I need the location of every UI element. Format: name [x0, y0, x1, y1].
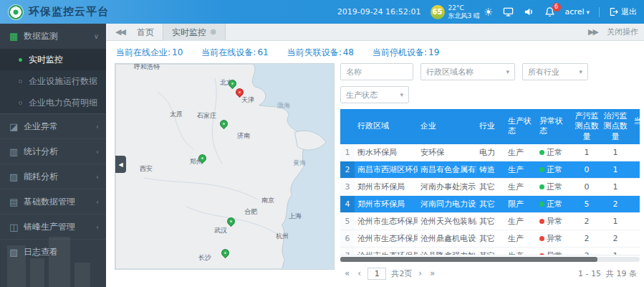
weather-widget: 65 22°C 东北风3 晴 ☀ [431, 4, 494, 19]
app-logo-icon [9, 5, 23, 19]
sidebar-item-label: 数据监测 [24, 30, 94, 42]
col-running: 当前运行 [630, 109, 640, 144]
chevron-down-icon: ▾ [579, 68, 582, 75]
sidebar-item-label: 企业异常 [24, 121, 96, 133]
table-row[interactable]: 1 衡水环保局 安环保 电力 生产 正常 1 1 0 [340, 144, 640, 161]
first-page-button[interactable]: « [343, 268, 351, 278]
status-dot-normal [539, 167, 544, 172]
prev-page-button[interactable]: ‹ [356, 268, 362, 278]
sidebar-item-facility-run-data[interactable]: 企业设施运行数据 [0, 70, 106, 92]
sub-item-label: 企业设施运行数据 [29, 75, 97, 88]
screen-monitor-icon[interactable] [503, 6, 514, 18]
tabs-scroll-left-icon[interactable]: ◀◀ [112, 27, 128, 37]
bell-icon[interactable]: 6 [544, 6, 556, 18]
status-label: 正常 [547, 199, 562, 209]
map-city-label: 长沙 [198, 253, 211, 263]
sun-icon: ☀ [484, 6, 493, 19]
panel-collapse-button[interactable]: ◀ [115, 156, 126, 173]
sidebar-item-enterprise-abnormal[interactable]: ◪ 企业异常 ‹ [0, 113, 106, 138]
industry-filter-select[interactable]: 所有行业 ▾ [522, 63, 588, 80]
map-canvas[interactable]: 呼和浩特 北京 天津 渤海 太原 石家庄 济南 黄海 郑州 西安 南京 合肥 上… [115, 63, 335, 270]
table-row[interactable]: 6 沧州市生态环保局 沧州鼎鑫机电设备 其它 生产 异常 2 2 4 [340, 230, 640, 248]
tabs-scroll-right-icon[interactable]: ▶▶ [585, 27, 601, 37]
name-filter-input[interactable] [340, 63, 413, 80]
chevron-left-icon: ‹ [96, 198, 99, 206]
status-dot-abnormal [539, 219, 544, 224]
production-status-filter-select[interactable]: 生产状态 ▾ [340, 86, 409, 103]
status-summary: 当前在线企业:10 当前在线设备:61 当前失联设备:48 当前停机设备:19 [106, 41, 644, 63]
page-number-input[interactable] [367, 268, 386, 280]
sidebar-item-label: 基础数据管理 [24, 196, 96, 208]
app-window: 环保监控云平台 2019-09-24 16:52:01 65 22°C 东北风3… [0, 0, 644, 287]
map-city-label: 济南 [237, 131, 250, 141]
next-page-button[interactable]: › [417, 268, 423, 278]
sidebar-item-statistics[interactable]: ▥ 统计分析 ‹ [0, 138, 106, 164]
status-dot-abnormal [539, 253, 544, 255]
sidebar-item-power-load-detail[interactable]: 企业电力负荷明细 [0, 92, 106, 113]
map-city-label: 杭州 [276, 232, 289, 241]
sidebar-item-label: 统计分析 [24, 146, 96, 158]
chevron-down-icon: ∨ [94, 32, 99, 40]
enterprise-abnormal-icon: ◪ [9, 121, 24, 132]
sidebar-item-realtime-monitoring[interactable]: 实时监控 [0, 49, 106, 70]
speaker-icon[interactable] [524, 6, 535, 18]
logout-label: 退出 [621, 6, 637, 17]
enterprise-table-wrap: 行政区域 企业 行业 生产状态 异常状态 产污监测点数量 治污监测点数量 当前运… [340, 109, 640, 255]
map-city-label: 合肥 [244, 207, 257, 217]
stat-online-devices: 当前在线设备:61 [201, 47, 268, 59]
data-monitoring-submenu: 实时监控 企业设施运行数据 企业电力负荷明细 [0, 49, 106, 113]
user-menu[interactable]: acrel ▾ [565, 7, 590, 17]
tab-realtime-monitoring[interactable]: 实时监控 ⊗ [163, 24, 226, 41]
base-data-icon: ▤ [9, 197, 24, 207]
map-city-label: 西安 [140, 164, 153, 174]
sidebar-item-base-data[interactable]: ▤ 基础数据管理 ‹ [0, 189, 106, 214]
sidebar-item-data-monitoring[interactable]: ▦ 数据监测 ∨ [0, 24, 106, 49]
status-dot-normal [539, 150, 544, 155]
app-title: 环保监控云平台 [29, 5, 109, 19]
map-city-label: 天津 [241, 95, 254, 105]
chevron-down-icon: ▾ [400, 91, 403, 98]
chevron-down-icon: ▾ [506, 68, 509, 75]
tab-bar: ◀◀ 首页 实时监控 ⊗ ▶▶ 关闭操作 [106, 24, 644, 41]
select-value: 行政区域名称 [426, 67, 474, 77]
status-label: 正常 [547, 165, 562, 174]
chevron-left-icon: ‹ [96, 148, 99, 156]
table-row[interactable]: 4 郑州市环保局 河南同力电力设备 其它 限产 正常 5 2 5 [340, 196, 640, 213]
sidebar-item-energy-analysis[interactable]: ▨ 能耗分析 ‹ [0, 164, 106, 189]
region-filter-select[interactable]: 行政区域名称 ▾ [420, 63, 515, 80]
status-dot-normal [539, 184, 544, 189]
col-row-number [340, 109, 355, 144]
close-icon[interactable]: ⊗ [210, 24, 216, 41]
select-value: 所有行业 [528, 67, 559, 77]
enterprise-table: 行政区域 企业 行业 生产状态 异常状态 产污监测点数量 治污监测点数量 当前运… [340, 109, 640, 255]
records-range-label: 1 - 15 共 19 条 [578, 268, 637, 279]
col-abnormal: 异常状态 [537, 109, 572, 144]
close-operations-button[interactable]: 关闭操作 [607, 27, 638, 37]
map-city-label: 石家庄 [197, 111, 216, 121]
chevron-left-icon: ‹ [96, 173, 99, 181]
table-row[interactable]: 5 沧州市生态环保局 沧州天兴包装制品 其它 生产 异常 2 1 3 [340, 213, 640, 230]
status-dot-abnormal [539, 236, 544, 241]
chevron-left-icon: ‹ [96, 123, 99, 131]
map-sea-label: 渤海 [277, 101, 290, 110]
table-header-row: 行政区域 企业 行业 生产状态 异常状态 产污监测点数量 治污监测点数量 当前运… [340, 109, 640, 144]
tab-label: 实时监控 [172, 24, 206, 41]
tab-home[interactable]: 首页 [128, 24, 163, 41]
map-city-label: 武汉 [214, 226, 227, 235]
table-row[interactable]: 7 沧州市生态环保局 沧县隆鑫强力加工 其它 生产 异常 2 1 0 [340, 248, 640, 255]
datetime-display: 2019-09-24 16:52:01 [337, 7, 421, 17]
status-label: 异常 [547, 251, 562, 255]
table-row[interactable]: 2 南昌市西湖区环保 南昌有色金属有限 铸造 生产 正常 0 1 0 [340, 161, 640, 179]
col-production: 生产状态 [505, 109, 537, 144]
bullet-icon [19, 101, 22, 105]
sidebar-watermark [0, 222, 106, 287]
aqi-badge: 65 [431, 5, 445, 19]
table-row[interactable]: 3 郑州市环保局 河南办事处演示 其它 生产 正常 0 1 0 [340, 179, 640, 196]
col-produce-points: 产污监测点数量 [572, 109, 601, 144]
scrollbar-thumb[interactable] [340, 257, 597, 262]
last-page-button[interactable]: » [428, 268, 436, 278]
statistics-icon: ▥ [9, 146, 24, 157]
logout-button[interactable]: 退出 [609, 6, 637, 17]
col-region: 行政区域 [355, 109, 418, 144]
status-label: 异常 [547, 234, 562, 243]
